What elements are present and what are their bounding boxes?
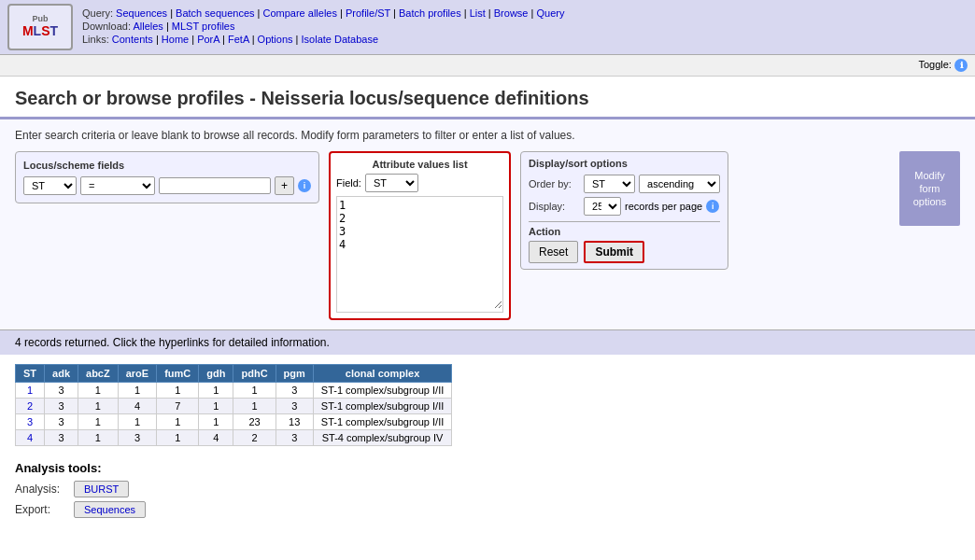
table-cell: 1 [233,399,276,414]
toggle-label: Toggle: [918,59,951,70]
th-pdhC: pdhC [233,365,276,383]
query-label: Query: [82,7,113,19]
table-cell: 1 [78,430,119,446]
page-title-section: Search or browse profiles - Neisseria lo… [0,77,975,119]
burst-button[interactable]: BURST [74,481,129,497]
table-cell[interactable]: 3 [16,414,45,430]
table-cell: 3 [45,399,78,414]
nav-mlst-profiles[interactable]: MLST profiles [172,21,235,32]
nav-links: Query: Sequences | Batch sequences | Com… [82,7,564,47]
logo: Pub MLST [7,4,73,50]
attr-field-row: Field: ST adk abcZ aroE fumC gdh pdhC pg… [336,174,503,192]
order-label: Order by: [529,178,580,189]
st-link[interactable]: 1 [27,385,33,396]
st-link[interactable]: 4 [27,432,33,443]
table-cell: 1 [233,383,276,399]
per-page-text: records per page [625,201,702,212]
page-title: Search or browse profiles - Neisseria lo… [15,88,960,109]
st-link[interactable]: 2 [27,400,33,412]
table-header-row: ST adk abcZ aroE fumC gdh pdhC pgm clona… [16,365,452,383]
table-row: 23147113ST-1 complex/subgroup I/II [16,399,452,414]
locus-row: ST adk abcZ aroE fumC gdh pdhC pgm = con… [23,176,311,195]
modify-form-options-button[interactable]: Modify form options [899,151,960,226]
sequences-button[interactable]: Sequences [74,501,146,518]
export-row: Export: Sequences [15,501,960,518]
operator-select[interactable]: = contains starts with ends with > < [80,176,155,195]
links-label: Links: [82,34,109,45]
form-area: Locus/scheme fields ST adk abcZ aroE fum… [15,151,960,320]
th-adk: adk [45,365,78,383]
results-text: 4 records returned. Click the hyperlinks… [15,336,330,349]
analysis-label: Analysis: [15,483,66,496]
st-link[interactable]: 3 [27,416,33,427]
nav-query[interactable]: Query [536,7,564,19]
nav-alleles[interactable]: Alleles [133,21,162,32]
nav-compare-alleles[interactable]: Compare alleles [262,7,336,19]
th-clonal: clonal complex [313,365,451,383]
export-label: Export: [15,503,66,516]
right-col: Display/sort options Order by: ST adk ab… [520,151,728,270]
table-cell: 3 [45,383,78,399]
records-per-page-select[interactable]: 10 25 50 100 200 [584,197,621,216]
order-by-select[interactable]: ST adk abcZ [584,175,635,193]
header: Pub MLST Query: Sequences | Batch sequen… [0,0,975,55]
attr-field-label: Field: [336,177,361,189]
add-field-button[interactable]: + [275,176,294,195]
toggle-info-icon[interactable]: ℹ [954,59,968,72]
reset-button[interactable]: Reset [529,241,578,263]
th-pgm: pgm [276,365,313,383]
table-body: 13111113ST-1 complex/subgroup I/II231471… [16,383,452,446]
attr-textarea-wrap: 1 2 3 4 [336,196,503,313]
attr-values-textarea[interactable]: 1 2 3 4 [337,197,502,309]
nav-batch-profiles[interactable]: Batch profiles [399,7,461,19]
th-fumC: fumC [157,365,199,383]
table-cell: ST-1 complex/subgroup I/II [313,414,451,430]
th-aroE: aroE [118,365,156,383]
display-row: Display: 10 25 50 100 200 records per pa… [529,197,720,216]
table-cell[interactable]: 1 [16,383,45,399]
table-row: 3311112313ST-1 complex/subgroup I/II [16,414,452,430]
table-cell[interactable]: 4 [16,430,45,446]
nav-pora[interactable]: PorA [197,34,219,45]
analysis-title: Analysis tools: [15,461,960,475]
table-cell: 1 [78,399,119,414]
attr-field-select[interactable]: ST adk abcZ aroE fumC gdh pdhC pgm [365,174,418,192]
locus-field-select[interactable]: ST adk abcZ aroE fumC gdh pdhC pgm [23,176,77,195]
nav-isolate-db[interactable]: Isolate Database [302,34,379,45]
locus-legend: Locus/scheme fields [23,160,311,171]
locus-section: Locus/scheme fields ST adk abcZ aroE fum… [15,151,319,203]
table-cell: 1 [118,414,156,430]
download-row: Download: Alleles | MLST profiles [82,21,564,32]
nav-options[interactable]: Options [258,34,293,45]
th-gdh: gdh [199,365,233,383]
table-cell[interactable]: 2 [16,399,45,414]
submit-button[interactable]: Submit [584,241,644,263]
nav-feta[interactable]: FetA [228,34,249,45]
display-label: Display: [529,201,580,212]
nav-list[interactable]: List [470,7,486,19]
nav-contents[interactable]: Contents [112,34,153,45]
instructions: Enter search criteria or leave blank to … [15,129,960,142]
sort-direction-select[interactable]: ascending descending [639,175,720,193]
nav-browse[interactable]: Browse [494,7,529,19]
table-cell: 3 [118,430,156,446]
display-info-icon[interactable]: i [706,200,719,213]
nav-sequences[interactable]: Sequences [116,7,167,19]
value-input[interactable] [159,177,271,194]
attribute-values-section: Attribute values list Field: ST adk abcZ… [329,151,511,320]
table-cell: 3 [45,430,78,446]
table-cell: 3 [276,430,313,446]
analysis-section: Analysis tools: Analysis: BURST Export: … [0,455,975,533]
nav-profile-st[interactable]: Profile/ST [346,7,390,19]
table-cell: 1 [199,383,233,399]
table-cell: ST-4 complex/subgroup IV [313,430,451,446]
nav-home[interactable]: Home [162,34,189,45]
table-row: 43131423ST-4 complex/subgroup IV [16,430,452,446]
locus-info-icon[interactable]: i [298,179,311,192]
table-cell: 1 [157,383,199,399]
modify-btn-line2: form [920,183,940,194]
order-row: Order by: ST adk abcZ ascending descendi… [529,175,720,193]
nav-batch-sequences[interactable]: Batch sequences [176,7,254,19]
main-content: Enter search criteria or leave blank to … [0,119,975,329]
table-cell: 3 [276,399,313,414]
